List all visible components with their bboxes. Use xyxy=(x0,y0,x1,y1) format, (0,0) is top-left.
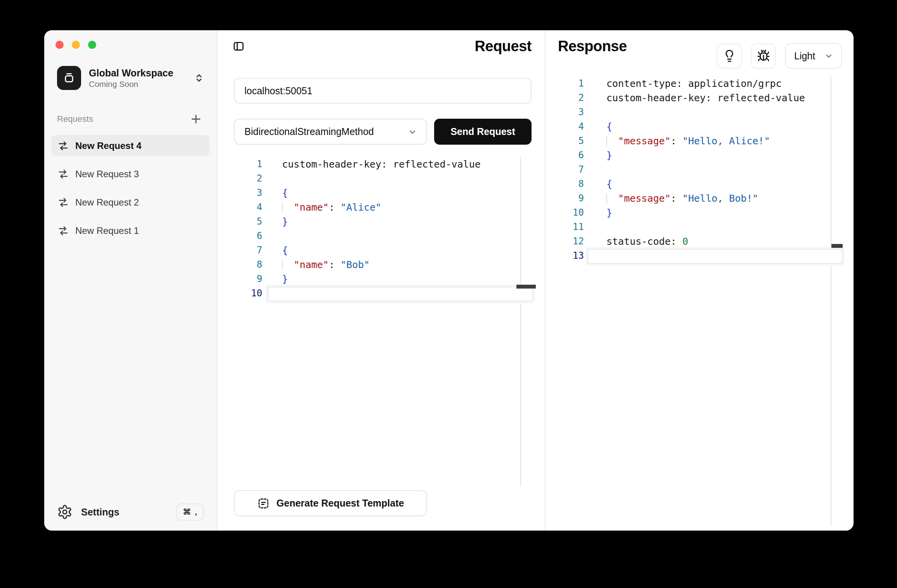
code-text: } xyxy=(606,148,612,163)
code-text: content-type: application/grpc xyxy=(606,76,782,91)
request-item-label: New Request 4 xyxy=(75,140,142,151)
app-window: Global Workspace Coming Soon Requests xyxy=(44,30,854,531)
code-text: "message": "Hello, Alice!" xyxy=(606,134,770,148)
code-line: 9 "message": "Hello, Bob!" xyxy=(545,191,854,206)
add-request-button[interactable] xyxy=(189,112,203,126)
server-url-input[interactable]: localhost:50051 xyxy=(234,78,532,104)
theme-select-value: Light xyxy=(794,50,815,62)
generate-request-template-button[interactable]: Generate Request Template xyxy=(234,490,427,516)
code-line: 5} xyxy=(234,214,532,229)
code-text: } xyxy=(282,272,288,286)
request-list-item[interactable]: New Request 3 xyxy=(51,163,210,185)
line-number: 1 xyxy=(234,157,262,171)
code-text: { xyxy=(606,119,612,134)
code-text: } xyxy=(606,206,612,220)
code-line: 2custom-header-key: reflected-value xyxy=(545,91,854,105)
request-list-item[interactable]: New Request 1 xyxy=(51,220,210,241)
code-line: 8{ xyxy=(545,177,854,191)
close-window-button[interactable] xyxy=(55,41,64,49)
line-number: 2 xyxy=(234,171,262,186)
chevron-down-icon xyxy=(823,50,834,61)
line-number: 10 xyxy=(234,286,262,301)
line-number: 8 xyxy=(545,177,584,191)
line-number: 3 xyxy=(234,186,262,200)
sidebar-toggle-icon[interactable] xyxy=(232,40,245,53)
response-panel: Response xyxy=(545,30,854,531)
code-line: 12status-code: 0 xyxy=(545,234,854,249)
code-line: 6 xyxy=(234,229,532,243)
bidirectional-arrows-icon xyxy=(57,225,69,237)
line-number: 10 xyxy=(545,206,584,220)
chevron-down-icon xyxy=(407,126,418,137)
code-line: 7 xyxy=(545,163,854,177)
code-line: 1custom-header-key: reflected-value xyxy=(234,157,532,171)
response-body-editor[interactable]: 1content-type: application/grpc2custom-h… xyxy=(545,76,854,526)
code-text: custom-header-key: reflected-value xyxy=(282,157,481,171)
response-panel-title: Response xyxy=(558,38,627,55)
workspace-selector[interactable]: Global Workspace Coming Soon xyxy=(57,66,205,90)
code-line: 10 xyxy=(234,286,532,301)
code-line: 1content-type: application/grpc xyxy=(545,76,854,91)
line-number: 1 xyxy=(545,76,584,91)
code-line: 11 xyxy=(545,220,854,234)
code-text: } xyxy=(282,214,288,229)
request-list-item[interactable]: New Request 4 xyxy=(51,135,210,156)
lightbulb-icon xyxy=(723,49,736,62)
bug-icon xyxy=(757,49,770,62)
gear-icon xyxy=(57,504,73,520)
request-item-label: New Request 1 xyxy=(75,225,139,236)
line-number: 13 xyxy=(545,249,584,263)
code-line: 7{ xyxy=(234,243,532,258)
template-icon xyxy=(257,497,270,510)
code-line: 3 xyxy=(545,105,854,119)
code-text: "name": "Alice" xyxy=(282,200,381,214)
code-line: 8 "name": "Bob" xyxy=(234,258,532,272)
settings-shortcut-badge: ⌘ , xyxy=(177,503,204,521)
code-line: 6} xyxy=(545,148,854,163)
code-text: { xyxy=(282,243,288,258)
hint-button[interactable] xyxy=(717,43,742,69)
request-panel-title: Request xyxy=(475,38,532,55)
send-request-button[interactable]: Send Request xyxy=(434,119,532,145)
code-line: 2 xyxy=(234,171,532,186)
settings-button[interactable]: Settings ⌘ , xyxy=(57,501,204,523)
theme-select[interactable]: Light xyxy=(785,43,842,69)
window-controls xyxy=(55,41,96,49)
line-number: 4 xyxy=(234,200,262,214)
line-number: 7 xyxy=(234,243,262,258)
bidirectional-arrows-icon xyxy=(57,140,69,152)
workspace-name: Global Workspace xyxy=(89,67,173,79)
method-select-value: BidirectionalStreamingMethod xyxy=(244,126,374,137)
bidirectional-arrows-icon xyxy=(57,197,69,208)
code-line: 10} xyxy=(545,206,854,220)
request-list-item[interactable]: New Request 2 xyxy=(51,192,210,213)
request-item-label: New Request 2 xyxy=(75,197,139,208)
code-line: 5 "message": "Hello, Alice!" xyxy=(545,134,854,148)
method-select[interactable]: BidirectionalStreamingMethod xyxy=(234,119,427,145)
code-text: "message": "Hello, Bob!" xyxy=(606,191,758,206)
requests-section-label: Requests xyxy=(57,114,93,124)
settings-label: Settings xyxy=(81,507,119,518)
code-text: { xyxy=(282,186,288,200)
bidirectional-arrows-icon xyxy=(57,168,69,180)
request-item-label: New Request 3 xyxy=(75,169,139,180)
request-body-editor[interactable]: 1custom-header-key: reflected-value23{4 … xyxy=(234,157,532,486)
line-number: 5 xyxy=(545,134,584,148)
workspace-icon xyxy=(57,66,81,90)
line-number: 8 xyxy=(234,258,262,272)
line-number: 2 xyxy=(545,91,584,105)
line-number: 9 xyxy=(545,191,584,206)
debug-button[interactable] xyxy=(751,43,776,69)
code-line: 4{ xyxy=(545,119,854,134)
line-number: 9 xyxy=(234,272,262,286)
line-number: 6 xyxy=(545,148,584,163)
line-number: 6 xyxy=(234,229,262,243)
code-line: 4 "name": "Alice" xyxy=(234,200,532,214)
minimize-window-button[interactable] xyxy=(72,41,80,49)
line-number: 7 xyxy=(545,163,584,177)
line-number: 11 xyxy=(545,220,584,234)
line-number: 4 xyxy=(545,119,584,134)
zoom-window-button[interactable] xyxy=(88,41,96,49)
request-panel: Request localhost:50051 BidirectionalStr… xyxy=(217,30,545,531)
code-text: "name": "Bob" xyxy=(282,258,370,272)
